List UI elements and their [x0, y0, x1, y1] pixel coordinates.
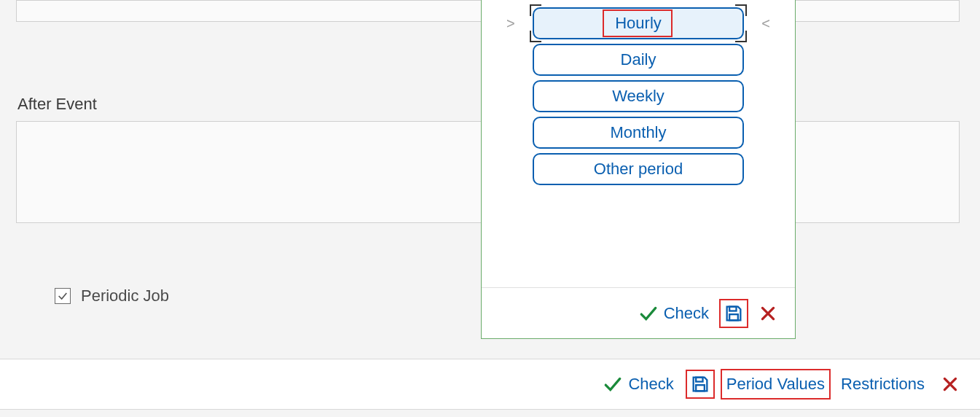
periodic-job-label: Periodic Job — [81, 287, 169, 305]
option-daily[interactable]: Daily — [533, 44, 744, 76]
checkmark-icon — [603, 375, 622, 394]
close-icon — [758, 304, 777, 323]
option-row-daily: Daily — [482, 44, 795, 76]
option-weekly[interactable]: Weekly — [533, 80, 744, 112]
option-other-period[interactable]: Other period — [533, 153, 744, 185]
period-values-popup: > Hourly < Daily Weekly — [481, 0, 796, 339]
bottom-toolbar: Check Period Values Restrictions — [0, 359, 980, 410]
option-label: Other period — [594, 160, 683, 179]
option-label: Hourly — [615, 14, 662, 33]
toolbar-close-button[interactable] — [941, 375, 960, 394]
svg-rect-0 — [729, 306, 736, 311]
check-label: Check — [664, 304, 709, 323]
option-hourly[interactable]: Hourly — [533, 7, 744, 39]
restrictions-label: Restrictions — [841, 375, 925, 394]
option-row-monthly: Monthly — [482, 117, 795, 149]
popup-save-button[interactable] — [724, 303, 744, 324]
option-label: Daily — [621, 50, 656, 69]
periodic-job-row: Periodic Job — [55, 287, 169, 305]
period-values-label: Period Values — [726, 375, 825, 394]
toolbar-period-values-button[interactable]: Period Values — [726, 375, 825, 394]
option-label: Weekly — [612, 87, 665, 106]
period-options-group: > Hourly < Daily Weekly — [482, 0, 795, 288]
close-icon — [941, 375, 960, 394]
option-row-hourly: > Hourly < — [482, 7, 795, 39]
option-row-weekly: Weekly — [482, 80, 795, 112]
checkmark-icon — [639, 304, 658, 323]
popup-check-button[interactable]: Check — [639, 304, 709, 323]
save-icon — [690, 374, 710, 394]
selection-marker-left: > — [506, 15, 515, 32]
save-icon — [724, 303, 744, 324]
option-row-other: Other period — [482, 153, 795, 185]
svg-rect-1 — [729, 314, 738, 320]
svg-rect-2 — [696, 378, 702, 382]
periodic-job-checkbox[interactable] — [55, 288, 71, 304]
toolbar-check-button[interactable]: Check — [603, 375, 673, 394]
svg-rect-3 — [696, 385, 705, 391]
popup-footer: Check — [482, 287, 795, 338]
option-monthly[interactable]: Monthly — [533, 117, 744, 149]
toolbar-save-button[interactable] — [690, 374, 710, 394]
toolbar-restrictions-button[interactable]: Restrictions — [841, 375, 925, 394]
option-label: Monthly — [610, 123, 666, 142]
selection-marker-right: < — [761, 15, 770, 32]
popup-close-button[interactable] — [758, 304, 777, 323]
checkmark-icon — [57, 290, 68, 302]
check-label: Check — [628, 375, 673, 394]
after-event-label: After Event — [17, 95, 97, 114]
